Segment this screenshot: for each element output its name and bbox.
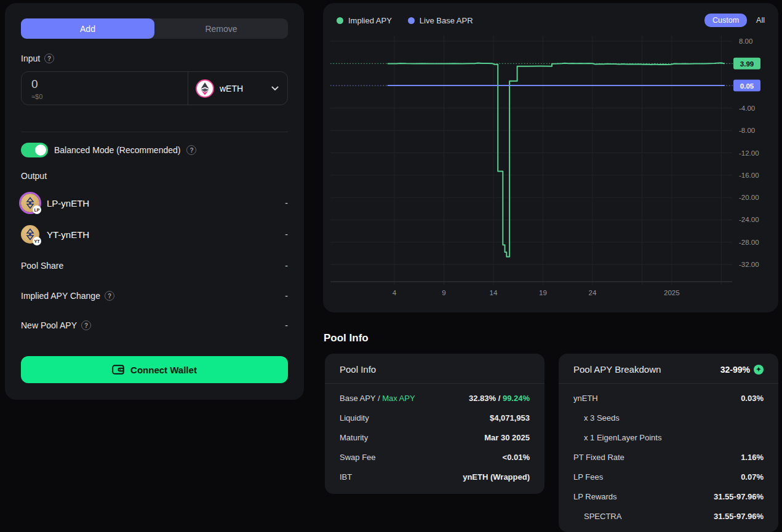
apy-row-lp-rewards: LP Rewards 31.55-97.96% <box>559 486 778 506</box>
legend-item-live-base-apr[interactable]: Live Base APR <box>408 16 473 25</box>
pool-info-card-header: Pool Info <box>325 354 545 384</box>
svg-text:2025: 2025 <box>664 289 680 296</box>
svg-text:-4.00: -4.00 <box>739 105 755 112</box>
new-pool-apy-value: - <box>285 320 288 330</box>
svg-text:14: 14 <box>490 289 498 296</box>
amount-value: 0 <box>31 77 188 91</box>
svg-text:-24.00: -24.00 <box>739 216 759 223</box>
implied-apy-change-value: - <box>285 291 288 301</box>
apy-total: 32-99% ✦ <box>720 365 764 375</box>
apy-row-eigenlayer: x 1 EigenLayer Points <box>559 427 778 447</box>
svg-text:0.05: 0.05 <box>740 82 754 90</box>
apy-row-yneth: ynETH 0.03% <box>559 388 778 408</box>
apy-row-spectra: SPECTRA 31.55-97.96% <box>559 506 778 526</box>
pool-info-heading: Pool Info <box>324 332 369 344</box>
new-pool-apy-help-icon[interactable]: ? <box>81 320 91 330</box>
balanced-mode-label: Balanced Mode (Recommended) <box>54 145 180 155</box>
tab-remove[interactable]: Remove <box>154 18 288 39</box>
lp-yneth-token-icon: LP <box>21 194 39 212</box>
svg-text:3.99: 3.99 <box>740 60 754 68</box>
wallet-icon <box>112 364 124 375</box>
balanced-mode-help-icon[interactable]: ? <box>186 145 196 155</box>
chevron-down-icon <box>271 86 279 91</box>
add-remove-segmented-control: Add Remove <box>21 18 288 39</box>
token-selector[interactable]: wETH <box>188 72 287 105</box>
svg-text:-8.00: -8.00 <box>739 127 755 134</box>
input-help-icon[interactable]: ? <box>44 54 54 63</box>
connect-wallet-button[interactable]: Connect Wallet <box>21 356 288 383</box>
implied-apy-change-label: Implied APY Change <box>21 291 100 301</box>
form-divider <box>21 132 288 132</box>
weth-token-icon <box>196 79 214 98</box>
svg-text:8.00: 8.00 <box>739 38 752 45</box>
info-row-swap-fee: Swap Fee <0.01% <box>325 447 545 467</box>
yt-yneth-token-icon: YT <box>21 225 39 244</box>
svg-text:-12.00: -12.00 <box>739 149 759 157</box>
svg-text:-16.00: -16.00 <box>739 172 759 179</box>
pool-share-value: - <box>285 261 288 271</box>
pool-apy-breakdown-card: Pool APY Breakdown 32-99% ✦ ynETH 0.03% … <box>559 354 778 532</box>
chart-legend: Implied APY Live Base APR Custom All <box>337 14 765 27</box>
balanced-mode-row: Balanced Mode (Recommended) ? <box>21 143 288 157</box>
implied-apy-change-help-icon[interactable]: ? <box>105 291 114 301</box>
implied-apy-change-row: Implied APY Change ? - <box>21 291 288 301</box>
amount-usd-estimate: ≈$0 <box>31 93 188 100</box>
pool-share-row: Pool Share - <box>21 261 288 271</box>
output-row-yt: YT YT-ynETH - <box>21 225 288 244</box>
output-row-lp: LP LP-ynETH - <box>21 194 288 212</box>
range-custom-button[interactable]: Custom <box>704 14 747 27</box>
svg-text:9: 9 <box>442 289 445 296</box>
output-token-name: YT-ynETH <box>47 229 89 240</box>
amount-field[interactable]: 0 ≈$0 <box>22 72 188 105</box>
output-value: - <box>285 198 288 208</box>
boost-sparkle-icon[interactable]: ✦ <box>754 365 764 375</box>
svg-text:24: 24 <box>589 289 597 296</box>
apy-card-header: Pool APY Breakdown 32-99% ✦ <box>559 354 778 384</box>
output-token-name: LP-ynETH <box>47 198 89 208</box>
apy-history-chart[interactable]: 8.00-4.00-8.00-12.00-16.00-20.00-24.00-2… <box>323 3 778 312</box>
apy-row-pt-fixed-rate: PT Fixed Rate 1.16% <box>559 447 778 467</box>
svg-text:-32.00: -32.00 <box>739 261 759 268</box>
apy-card-title: Pool APY Breakdown <box>573 364 661 375</box>
live-base-apr-dot-icon <box>408 17 415 24</box>
pool-info-card: Pool Info Base APY / Max APY 32.83% / 99… <box>325 354 545 494</box>
apy-chart-panel: Implied APY Live Base APR Custom All 8.0… <box>323 3 778 312</box>
output-label: Output <box>21 171 288 181</box>
new-pool-apy-label: New Pool APY <box>21 320 77 330</box>
input-label: Input <box>21 54 40 63</box>
amount-input-box: 0 ≈$0 wETH <box>21 71 288 105</box>
svg-text:-20.00: -20.00 <box>739 194 759 201</box>
svg-text:-28.00: -28.00 <box>739 239 759 246</box>
input-label-row: Input ? <box>21 54 288 63</box>
pool-info-card-title: Pool Info <box>340 364 376 375</box>
legend-item-implied-apy[interactable]: Implied APY <box>337 16 392 25</box>
pool-share-label: Pool Share <box>21 261 63 271</box>
info-row-base-apy: Base APY / Max APY 32.83% / 99.24% <box>325 388 545 408</box>
chart-range-group: Custom All <box>704 14 765 27</box>
svg-text:4: 4 <box>393 289 397 296</box>
apy-row-lp-fees: LP Fees 0.07% <box>559 467 778 486</box>
apy-row-seeds: x 3 Seeds <box>559 408 778 427</box>
info-row-liquidity: Liquidity $4,071,953 <box>325 408 545 427</box>
range-all-button[interactable]: All <box>756 16 765 25</box>
output-value: - <box>285 229 288 239</box>
new-pool-apy-row: New Pool APY ? - <box>21 320 288 330</box>
info-row-ibt: IBT ynETH (Wrapped) <box>325 467 545 486</box>
svg-text:19: 19 <box>539 289 547 296</box>
info-row-maturity: Maturity Mar 30 2025 <box>325 427 545 447</box>
tab-add[interactable]: Add <box>21 18 154 39</box>
liquidity-form-panel: Add Remove Input ? 0 ≈$0 wETH <box>5 3 304 400</box>
balanced-mode-toggle[interactable] <box>21 143 48 157</box>
implied-apy-dot-icon <box>337 17 343 24</box>
token-name: wETH <box>220 84 266 93</box>
